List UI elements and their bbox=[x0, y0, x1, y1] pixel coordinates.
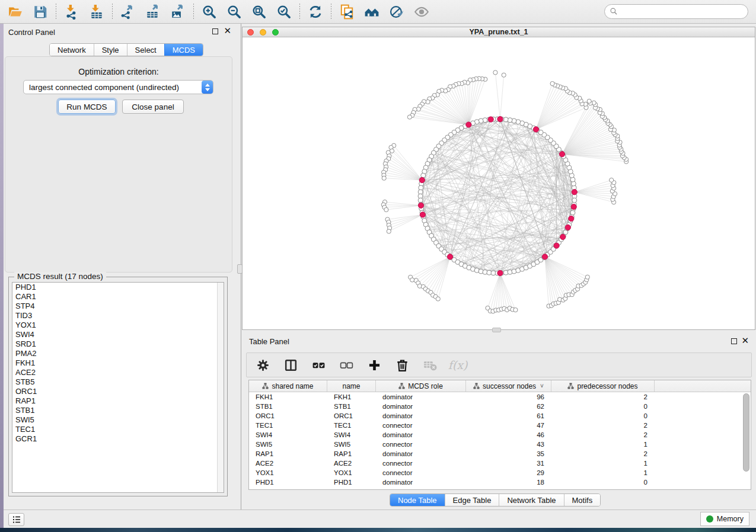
mcds-result-item[interactable]: SRD1 bbox=[12, 339, 224, 349]
table-row[interactable]: STB1STB1dominator620 bbox=[249, 402, 751, 411]
close-panel-icon[interactable]: ✕ bbox=[224, 25, 231, 37]
table-tab-network-table[interactable]: Network Table bbox=[499, 494, 563, 506]
criterion-select[interactable]: largest connected component (undirected) bbox=[23, 80, 213, 94]
first-neighbors-button[interactable] bbox=[362, 3, 381, 21]
cell-filler bbox=[655, 402, 751, 411]
deselect-all-icon bbox=[339, 358, 354, 373]
list-icon bbox=[11, 514, 22, 525]
table-tab-node-table[interactable]: Node Table bbox=[390, 494, 445, 506]
cell-successor-nodes: 96 bbox=[466, 392, 551, 402]
tab-select[interactable]: Select bbox=[127, 44, 164, 56]
show-details-button[interactable] bbox=[412, 3, 431, 21]
mcds-result-item[interactable]: ORC1 bbox=[12, 387, 224, 396]
cytoscape-app: Control Panel ✕ NetworkStyleSelectMCDS O… bbox=[0, 0, 756, 532]
function-builder-icon: f(x) bbox=[448, 358, 468, 371]
column-header-name[interactable]: name bbox=[327, 380, 376, 392]
mcds-result-list[interactable]: PHD1CAR1STP4TID3YOX1SWI4SRD1PMA2FKH1ACE2… bbox=[12, 282, 224, 493]
table-row[interactable]: SWI4SWI4dominator462 bbox=[249, 430, 751, 440]
column-header-MCDS-role[interactable]: MCDS role bbox=[376, 380, 466, 392]
main-toolbar bbox=[0, 0, 756, 24]
import-table-button[interactable] bbox=[87, 3, 106, 21]
deselect-all-button[interactable] bbox=[337, 356, 355, 374]
add-row-button[interactable] bbox=[365, 356, 383, 374]
export-network-button[interactable] bbox=[119, 3, 138, 21]
float-table-panel-icon[interactable] bbox=[731, 338, 737, 344]
delete-table-icon bbox=[423, 358, 438, 373]
mcds-result-item[interactable]: TEC1 bbox=[12, 425, 224, 434]
search-input[interactable] bbox=[604, 4, 748, 19]
export-image-button[interactable] bbox=[168, 3, 187, 21]
mcds-result-item[interactable]: STB5 bbox=[12, 377, 224, 387]
toggle-style-button[interactable] bbox=[387, 3, 406, 21]
table-row[interactable]: TEC1TEC1connector472 bbox=[249, 421, 751, 430]
mcds-result-item[interactable]: STB1 bbox=[12, 406, 224, 415]
table-row[interactable]: PHD1PHD1dominator180 bbox=[249, 477, 751, 487]
table-header-row: shared namenameMCDS rolesuccessor nodes˅… bbox=[249, 380, 751, 392]
zoom-selected-button[interactable] bbox=[275, 3, 294, 21]
tab-mcds[interactable]: MCDS bbox=[164, 44, 203, 56]
table-scrollbar-thumb[interactable] bbox=[743, 393, 749, 472]
delete-row-button[interactable] bbox=[393, 356, 411, 374]
mcds-result-item[interactable]: CAR1 bbox=[12, 292, 224, 302]
cell-successor-nodes: 18 bbox=[466, 477, 551, 487]
settings-gear-button[interactable] bbox=[254, 356, 272, 374]
control-panel-tabs: NetworkStyleSelectMCDS bbox=[49, 43, 203, 56]
table-row[interactable]: ACE2ACE2connector311 bbox=[249, 459, 751, 468]
function-builder-button: f(x) bbox=[449, 356, 467, 374]
toolbar-separator bbox=[299, 4, 300, 20]
zoom-selected-icon bbox=[276, 4, 292, 20]
close-table-panel-icon[interactable]: ✕ bbox=[741, 335, 749, 347]
horizontal-splitter-handle[interactable] bbox=[492, 328, 501, 332]
select-all-button[interactable] bbox=[310, 356, 327, 374]
column-header-successor-nodes[interactable]: successor nodes˅ bbox=[466, 380, 551, 392]
mcds-result-item[interactable]: PHD1 bbox=[12, 283, 224, 292]
table-row[interactable]: YOX1YOX1connector291 bbox=[249, 468, 751, 477]
mcds-result-item[interactable]: GCR1 bbox=[12, 434, 224, 444]
mcds-result-item[interactable]: FKH1 bbox=[12, 358, 224, 368]
mcds-result-item[interactable]: PMA2 bbox=[12, 349, 224, 358]
float-panel-icon[interactable] bbox=[212, 28, 218, 34]
column-header-predecessor-nodes[interactable]: predecessor nodes bbox=[551, 380, 655, 392]
memory-button[interactable]: Memory bbox=[700, 512, 749, 526]
export-table-button[interactable] bbox=[143, 3, 162, 21]
import-network-button[interactable] bbox=[62, 3, 81, 21]
network-view-canvas[interactable] bbox=[243, 37, 755, 329]
table-row[interactable]: SWI5SWI5connector431 bbox=[249, 440, 751, 449]
zoom-fit-button[interactable] bbox=[250, 3, 269, 21]
open-session-button[interactable] bbox=[6, 3, 25, 21]
cell-filler bbox=[655, 430, 751, 440]
mcds-result-item[interactable]: SWI4 bbox=[12, 330, 224, 339]
table-tab-edge-table[interactable]: Edge Table bbox=[445, 494, 499, 506]
mcds-result-item[interactable]: YOX1 bbox=[12, 321, 224, 330]
result-list-scrollbar[interactable] bbox=[217, 283, 224, 492]
tab-style[interactable]: Style bbox=[94, 44, 127, 56]
refresh-view-button[interactable] bbox=[306, 3, 325, 21]
table-scrollbar[interactable] bbox=[743, 393, 749, 488]
table-row[interactable]: ORC1ORC1dominator610 bbox=[249, 411, 751, 421]
column-label: shared name bbox=[272, 382, 313, 390]
task-history-button[interactable] bbox=[8, 513, 24, 526]
tab-network[interactable]: Network bbox=[50, 44, 94, 56]
cell-shared-name: ORC1 bbox=[249, 411, 327, 421]
mcds-result-item[interactable]: ACE2 bbox=[12, 368, 224, 377]
column-header-shared-name[interactable]: shared name bbox=[249, 380, 327, 392]
cell-name: TEC1 bbox=[327, 421, 376, 430]
mcds-result-item[interactable]: SWI5 bbox=[12, 415, 224, 425]
run-mcds-button[interactable]: Run MCDS bbox=[58, 100, 116, 114]
close-panel-button[interactable]: Close panel bbox=[122, 100, 184, 114]
table-row[interactable]: FKH1FKH1dominator962 bbox=[249, 392, 751, 402]
table-tab-motifs[interactable]: Motifs bbox=[564, 494, 601, 506]
cell-MCDS-role: connector bbox=[376, 421, 466, 430]
network-window-titlebar[interactable]: YPA_prune.txt_1 bbox=[243, 27, 755, 37]
export-web-button[interactable] bbox=[337, 3, 356, 21]
select-all-icon bbox=[311, 358, 326, 373]
mcds-result-item[interactable]: RAP1 bbox=[12, 396, 224, 406]
zoom-in-button[interactable] bbox=[200, 3, 219, 21]
table-row[interactable]: RAP1RAP1dominator352 bbox=[249, 449, 751, 459]
memory-status-icon bbox=[706, 515, 713, 523]
mcds-result-item[interactable]: STP4 bbox=[12, 302, 224, 311]
show-columns-button[interactable] bbox=[282, 356, 299, 374]
zoom-out-button[interactable] bbox=[225, 3, 244, 21]
mcds-result-item[interactable]: TID3 bbox=[12, 311, 224, 321]
save-session-button[interactable] bbox=[31, 3, 50, 21]
